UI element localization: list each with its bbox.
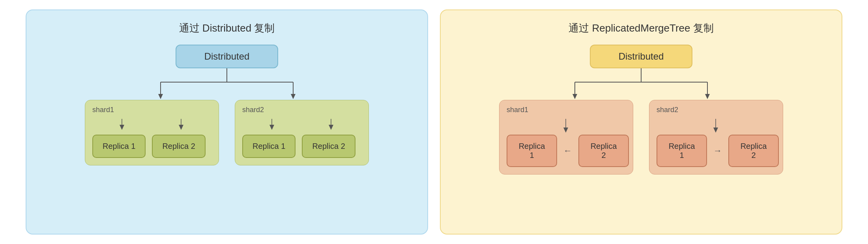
left-shard1-label: shard1 — [92, 106, 114, 114]
right-top-node: Distributed — [590, 45, 692, 68]
svg-marker-12 — [269, 125, 274, 130]
left-tree: Distributed shard1 — [41, 45, 413, 220]
left-shard2-replica-row: Replica 1 Replica 2 — [242, 135, 355, 158]
right-shard2-replica-row: Replica 1 → Replica 2 — [657, 135, 779, 167]
svg-marker-13 — [329, 125, 333, 130]
svg-marker-4 — [158, 94, 163, 99]
svg-marker-23 — [713, 128, 718, 133]
left-shard1-box: shard1 Replica 1 Replica 2 — [85, 100, 219, 165]
right-top-connector — [519, 68, 763, 100]
left-shard2-label: shard2 — [242, 106, 264, 114]
svg-marker-9 — [179, 125, 183, 130]
left-panel: 通过 Distributed 复制 Distributed shard1 — [26, 9, 428, 235]
right-shard1-box: shard1 Replica 1 ← Replica 2 — [499, 100, 633, 175]
right-tree: Distributed shard1 Replica 1 — [455, 45, 827, 220]
left-shard1-inner-connector — [92, 119, 211, 135]
left-shard2-inner-connector — [242, 119, 361, 135]
right-shard-row: shard1 Replica 1 ← Replica 2 shard2 — [499, 100, 783, 175]
right-shard2-box: shard2 Replica 1 → Replica 2 — [649, 100, 783, 175]
svg-marker-18 — [572, 94, 577, 99]
right-shard1-arrow: ← — [563, 146, 572, 156]
right-shard1-replica-row: Replica 1 ← Replica 2 — [507, 135, 629, 167]
left-top-node: Distributed — [176, 45, 278, 68]
right-shard2-label: shard2 — [657, 106, 678, 114]
right-panel: 通过 ReplicatedMergeTree 复制 Distributed sh… — [440, 9, 842, 235]
svg-marker-5 — [291, 94, 296, 99]
left-top-connector — [105, 68, 349, 100]
left-shard2-replica1: Replica 1 — [242, 135, 296, 158]
svg-marker-21 — [563, 128, 568, 133]
right-shard2-replica2: Replica 2 — [728, 135, 779, 167]
left-shard1-replica-row: Replica 1 Replica 2 — [92, 135, 206, 158]
svg-marker-19 — [705, 94, 710, 99]
right-shard2-replica1: Replica 1 — [657, 135, 707, 167]
right-panel-title: 通过 ReplicatedMergeTree 复制 — [569, 21, 714, 35]
right-shard1-inner-connector — [507, 119, 625, 135]
right-shard2-arrow: → — [713, 146, 722, 156]
right-shard1-replica1: Replica 1 — [507, 135, 557, 167]
left-shard2-replica2: Replica 2 — [302, 135, 355, 158]
left-shard-row: shard1 Replica 1 Replica 2 shard2 — [85, 100, 369, 165]
left-shard2-box: shard2 Replica 1 Replica 2 — [235, 100, 369, 165]
svg-marker-8 — [120, 125, 124, 130]
right-shard1-replica2: Replica 2 — [578, 135, 629, 167]
right-shard1-label: shard1 — [507, 106, 528, 114]
left-shard1-replica2: Replica 2 — [152, 135, 205, 158]
right-shard2-inner-connector — [657, 119, 775, 135]
left-shard1-replica1: Replica 1 — [92, 135, 146, 158]
left-panel-title: 通过 Distributed 复制 — [179, 21, 275, 35]
